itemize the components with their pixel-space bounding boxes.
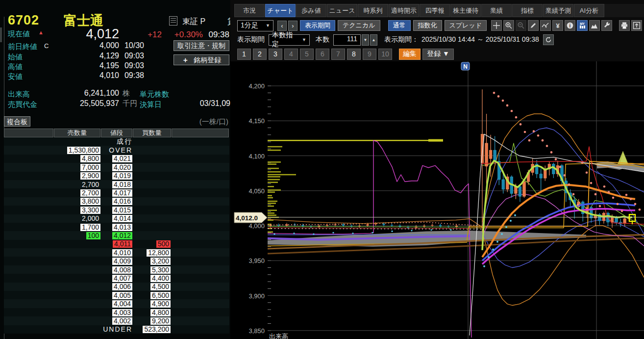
wrench-icon-button[interactable] — [601, 20, 612, 31]
order-book-row[interactable]: 7,0004,020 — [4, 163, 229, 171]
order-book-row[interactable]: 2,0004,014 — [4, 214, 229, 223]
order-book-row[interactable]: 4,011500 — [4, 240, 229, 248]
crosshair-icon-button[interactable] — [491, 20, 502, 31]
trade-caution-button[interactable]: 取引注意・規制 — [173, 40, 229, 51]
order-book-row[interactable]: 成行 — [4, 137, 229, 146]
prev-candle — [391, 225, 393, 226]
tab-shareholder-benefit[interactable]: 株主優待 — [450, 4, 481, 17]
tab-forecast[interactable]: 業績予測 — [543, 4, 573, 17]
pencil-icon — [529, 22, 537, 29]
cyan-dots-today — [501, 233, 503, 235]
turnover-value: 25,505,937 — [59, 99, 119, 108]
area-chart-icon-button[interactable] — [589, 20, 600, 31]
cyan-dots-prev — [352, 233, 353, 234]
order-book-row[interactable]: 1004,012 — [4, 231, 229, 239]
order-book-row[interactable]: 4,01012,800 — [4, 248, 229, 257]
chevron-down-icon: ▼ — [261, 23, 270, 28]
tab-market[interactable]: 市況 — [234, 4, 265, 17]
tab-disclosure[interactable]: 適時開示 — [389, 4, 419, 17]
order-book-row[interactable]: 4,0085,300 — [4, 265, 229, 274]
reset-period-button[interactable] — [543, 34, 554, 45]
order-book-row[interactable]: 4,0093,200 — [4, 257, 229, 265]
y-axis-label: 4,100 — [248, 153, 265, 160]
spinner-up-button[interactable]: ▲ — [370, 34, 377, 46]
tab-ai-analysis[interactable]: AI分析 — [574, 4, 604, 17]
open-label: 始値 — [8, 52, 23, 62]
tab-time-series[interactable]: 時系列 — [358, 4, 388, 17]
my-chart-icon-button[interactable]: MY — [577, 20, 588, 31]
yen-icon-button[interactable]: ¥ — [552, 20, 563, 31]
order-book-row[interactable]: 4,0029,200 — [4, 316, 229, 325]
preset-button-1[interactable]: 1 — [237, 49, 251, 60]
preset-button-8[interactable]: 8 — [347, 49, 361, 60]
edit-button[interactable]: 編集 — [399, 49, 421, 60]
preset-button-4[interactable]: 4 — [284, 49, 298, 60]
buy-quantity: 9,200 — [150, 317, 171, 325]
trendline-icon-button[interactable] — [540, 20, 551, 31]
period-toolbar: 表示期間 本数指定▼ 本数 111 ▼ ▲ 表示期間： 2025/10/30 1… — [237, 34, 642, 46]
info-icon: i — [566, 22, 574, 29]
register-dropdown-button[interactable]: 登録 ▼ — [422, 49, 454, 60]
spinner-down-button[interactable]: ▼ — [362, 34, 369, 46]
sar-dots — [524, 131, 526, 133]
toggle-spread[interactable]: スプレッド — [445, 20, 487, 31]
order-book-header-spacer — [4, 129, 53, 137]
printer-icon-button[interactable] — [619, 20, 630, 31]
tab-news[interactable]: ニュース — [327, 4, 357, 17]
preset-button-5[interactable]: 5 — [300, 49, 314, 60]
preset-button-3[interactable]: 3 — [269, 49, 282, 60]
preset-button-9[interactable]: 9 — [363, 49, 376, 60]
bar-count-input[interactable]: 111 — [333, 34, 361, 46]
toggle-normal[interactable]: 通常 — [388, 20, 411, 31]
order-book-row[interactable]: 3,8004,016 — [4, 197, 229, 206]
composite-board-button[interactable]: 複合板 — [4, 116, 30, 127]
toggle-indexed[interactable]: 指数化 — [413, 20, 442, 31]
tab-chart[interactable]: チャート — [265, 4, 296, 17]
tab-indicators[interactable]: 指標 — [512, 4, 543, 17]
export-icon-button[interactable] — [631, 20, 642, 31]
preset-toolbar: 12345678910編集登録 ▼ — [237, 48, 642, 60]
preset-button-7[interactable]: 7 — [331, 49, 345, 60]
toggle-display-period[interactable]: 表示期間 — [300, 20, 335, 31]
register-symbol-button[interactable]: ＋銘柄登録 — [173, 54, 229, 65]
zoom-in-icon-button[interactable] — [503, 20, 514, 31]
zoom-in-icon — [505, 22, 513, 29]
volume-profile-bar — [268, 206, 274, 207]
tab-results[interactable]: 業績 — [481, 4, 512, 17]
overlay-prev-green — [268, 226, 470, 227]
prev-button[interactable]: ‹ — [277, 21, 287, 31]
order-book-row[interactable]: 2,9004,019 — [4, 172, 229, 180]
price-level: 4,007 — [112, 275, 132, 282]
toggle-technical[interactable]: テクニカル — [338, 20, 380, 31]
order-book-row[interactable]: 4,0056,500 — [4, 291, 229, 299]
preset-button-6[interactable]: 6 — [316, 49, 329, 60]
period-mode-select[interactable]: 本数指定▼ — [269, 34, 310, 46]
price-chart[interactable]: 4,2004,1504,1004,0504,0003,9503,9003,850… — [230, 61, 644, 339]
crosshair-icon — [493, 22, 500, 29]
order-book-row[interactable]: 1,530,800OVER — [4, 146, 229, 154]
preset-button-2[interactable]: 2 — [253, 49, 267, 60]
order-book-row[interactable]: 3,3004,015 — [4, 206, 229, 214]
price-level: 4,018 — [112, 181, 132, 188]
cyan-dots-today — [514, 214, 516, 216]
order-book-row[interactable]: 4,0044,900 — [4, 299, 229, 308]
pencil-icon-button[interactable] — [528, 20, 539, 31]
timeframe-select[interactable]: 1分足▼ — [237, 20, 273, 31]
preset-button-10[interactable]: 10 — [378, 49, 392, 60]
order-book-row[interactable]: 4,0034,800 — [4, 308, 229, 316]
current-price-label: 現在値 — [8, 29, 30, 39]
order-book-row[interactable]: 1,7004,013 — [4, 223, 229, 231]
order-book-row[interactable]: 4,0064,500 — [4, 283, 229, 291]
tab-tick[interactable]: 歩み値 — [296, 4, 326, 17]
next-button[interactable]: › — [288, 21, 297, 31]
order-book-row[interactable]: 2,7004,018 — [4, 180, 229, 188]
tab-shikiho[interactable]: 四季報 — [420, 4, 450, 17]
order-book-row[interactable]: UNDER523,200 — [4, 325, 229, 334]
zoom-out-icon-button[interactable] — [516, 20, 526, 31]
printer-icon — [620, 22, 628, 29]
candle-body — [485, 143, 488, 166]
order-book-row[interactable]: 4,8004,021 — [4, 155, 229, 163]
info-icon-button[interactable]: i — [565, 20, 575, 31]
order-book-row[interactable]: 2,7004,017 — [4, 188, 229, 197]
order-book-row[interactable]: 4,0074,400 — [4, 274, 229, 282]
